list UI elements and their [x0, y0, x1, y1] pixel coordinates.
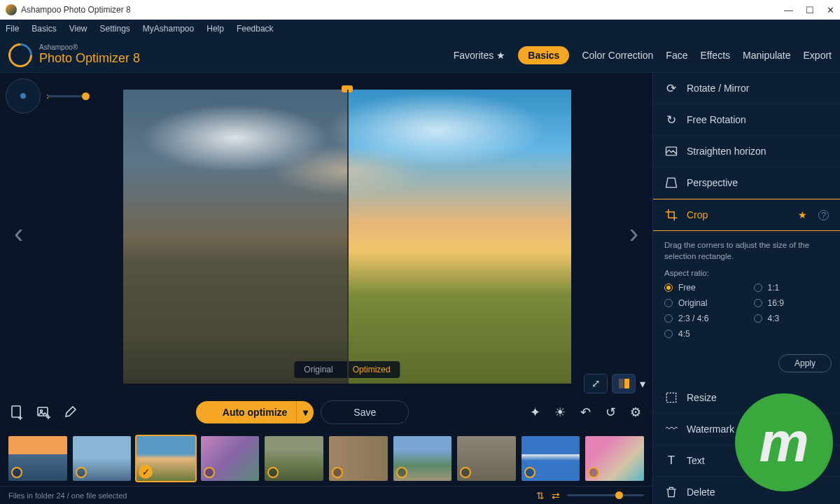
compare-mode-button[interactable]	[612, 374, 636, 393]
minimize-button[interactable]: —	[784, 5, 793, 15]
sidebar-item-straighten[interactable]: Straighten horizon	[653, 136, 840, 167]
thumbnail[interactable]	[8, 436, 67, 481]
app-logo: Ashampoo® Photo Optimizer 8	[8, 43, 140, 67]
prev-image-button[interactable]: ‹	[14, 218, 23, 249]
menu-bar: File Basics View Settings MyAshampoo Hel…	[0, 20, 840, 38]
chevron-down-icon[interactable]: ▾	[296, 401, 314, 424]
menu-view[interactable]: View	[69, 24, 88, 34]
settings-icon[interactable]: ⚙	[627, 404, 644, 421]
menu-basics[interactable]: Basics	[31, 24, 56, 34]
tab-manipulate[interactable]: Manipulate	[743, 50, 791, 61]
aspect-2-3[interactable]: 2:3 / 4:6	[664, 314, 740, 323]
apply-button[interactable]: Apply	[778, 354, 832, 372]
resize-icon	[664, 391, 678, 405]
thumbnail[interactable]	[457, 436, 516, 481]
svg-rect-8	[666, 393, 676, 402]
sidebar-item-perspective[interactable]: Perspective	[653, 167, 840, 199]
tab-effects[interactable]: Effects	[700, 50, 730, 61]
crop-icon	[664, 208, 678, 222]
sidebar-item-free-rotation[interactable]: ↻ Free Rotation	[653, 104, 840, 136]
logo-icon	[4, 38, 37, 71]
undo-icon[interactable]: ↶	[577, 404, 594, 421]
help-icon[interactable]: ?	[818, 210, 829, 220]
watermark-icon: 〰	[664, 422, 678, 436]
check-icon: ✓	[139, 465, 153, 479]
add-folder-icon[interactable]	[35, 404, 52, 421]
brand-name: Photo Optimizer 8	[39, 51, 140, 65]
tab-export[interactable]: Export	[804, 50, 832, 61]
sidebar-item-watermark[interactable]: 〰 Watermark	[653, 414, 840, 445]
auto-optimize-button[interactable]: Auto optimize ▾	[196, 401, 314, 424]
tab-color-correction[interactable]: Color Correction	[582, 50, 653, 61]
menu-settings[interactable]: Settings	[99, 24, 130, 34]
tab-face[interactable]: Face	[666, 50, 687, 61]
maximize-button[interactable]: ☐	[806, 5, 814, 15]
brand-top: Ashampoo®	[39, 44, 140, 51]
thumbnail[interactable]	[73, 436, 132, 481]
next-image-button[interactable]: ›	[629, 218, 638, 249]
crop-panel: Drag the corners to adjust the size of t…	[653, 231, 840, 347]
swap-icon[interactable]: ⇄	[552, 490, 560, 501]
aspect-4-5[interactable]: 4:5	[664, 329, 740, 339]
sidebar-item-resize[interactable]: Resize	[653, 382, 840, 414]
tab-basics[interactable]: Basics	[518, 46, 569, 64]
svg-rect-0	[12, 406, 20, 417]
crop-help-text: Drag the corners to adjust the size of t…	[664, 239, 829, 262]
main-toolbar: Auto optimize ▾ Save ✦ ☀ ↶ ↺ ⚙	[0, 393, 652, 431]
menu-help[interactable]: Help	[206, 24, 224, 34]
menu-myashampoo[interactable]: MyAshampoo	[143, 24, 194, 34]
add-file-icon[interactable]	[8, 404, 25, 421]
zoom-slider[interactable]	[48, 95, 90, 97]
brush-icon[interactable]	[62, 404, 78, 421]
horizon-icon	[664, 144, 678, 158]
aspect-original[interactable]: Original	[664, 298, 740, 308]
aspect-1-1[interactable]: 1:1	[754, 283, 830, 293]
aspect-16-9[interactable]: 16:9	[754, 298, 830, 308]
perspective-icon	[664, 176, 678, 190]
window-title: Ashampoo Photo Optimizer 8	[21, 5, 131, 15]
sidebar-item-crop[interactable]: Crop ★ ?	[653, 199, 840, 231]
view-mode-dropdown[interactable]: ▾	[640, 377, 645, 391]
image-stage: ‹ Original Optimized › ⤢ ▾	[0, 73, 652, 393]
photo-preview[interactable]: Original Optimized	[123, 90, 571, 384]
sidebar-item-rotate[interactable]: ⟳ Rotate / Mirror	[653, 73, 840, 104]
main-tabs: Favorites ★ Basics Color Correction Face…	[454, 46, 832, 64]
label-original: Original	[294, 361, 342, 378]
sort-icon[interactable]: ⇅	[536, 490, 545, 501]
filmstrip: ✓	[0, 431, 652, 486]
pan-wheel[interactable]: ›	[6, 78, 41, 113]
wand-icon[interactable]: ✦	[526, 404, 543, 421]
sidebar-item-text[interactable]: T Text	[653, 445, 840, 477]
star-icon: ★	[496, 50, 505, 61]
app-icon	[6, 4, 17, 15]
rotate-icon: ⟳	[664, 81, 678, 95]
close-button[interactable]: ✕	[827, 5, 834, 15]
thumbnail[interactable]	[329, 436, 388, 481]
sidebar-item-delete[interactable]: Delete	[653, 477, 840, 504]
thumbnail-size-slider[interactable]	[567, 494, 644, 496]
history-icon[interactable]: ↺	[602, 404, 619, 421]
status-text: Files in folder 24 / one file selected	[8, 491, 127, 500]
app-header: Ashampoo® Photo Optimizer 8 Favorites ★ …	[0, 38, 840, 73]
thumbnail[interactable]	[201, 436, 260, 481]
thumbnail[interactable]	[393, 436, 452, 481]
tab-favorites[interactable]: Favorites ★	[454, 50, 506, 61]
star-icon[interactable]: ★	[798, 209, 807, 220]
menu-file[interactable]: File	[6, 24, 19, 34]
free-rotate-icon: ↻	[664, 113, 678, 127]
text-icon: T	[664, 454, 678, 468]
compare-divider[interactable]	[347, 90, 349, 384]
menu-feedback[interactable]: Feedback	[237, 24, 274, 34]
thumbnail[interactable]	[585, 436, 644, 481]
save-button[interactable]: Save	[321, 400, 409, 424]
aspect-free[interactable]: Free	[664, 283, 740, 293]
thumbnail[interactable]	[265, 436, 323, 481]
thumbnail[interactable]: ✓	[136, 436, 195, 481]
trash-icon	[664, 485, 678, 499]
thumbnail[interactable]	[522, 436, 580, 481]
window-titlebar: Ashampoo Photo Optimizer 8 — ☐ ✕	[0, 0, 840, 20]
fullscreen-button[interactable]: ⤢	[584, 374, 608, 393]
aspect-4-3[interactable]: 4:3	[754, 314, 830, 323]
brightness-icon[interactable]: ☀	[552, 404, 568, 421]
tools-sidebar: ⟳ Rotate / Mirror ↻ Free Rotation Straig…	[652, 73, 840, 504]
